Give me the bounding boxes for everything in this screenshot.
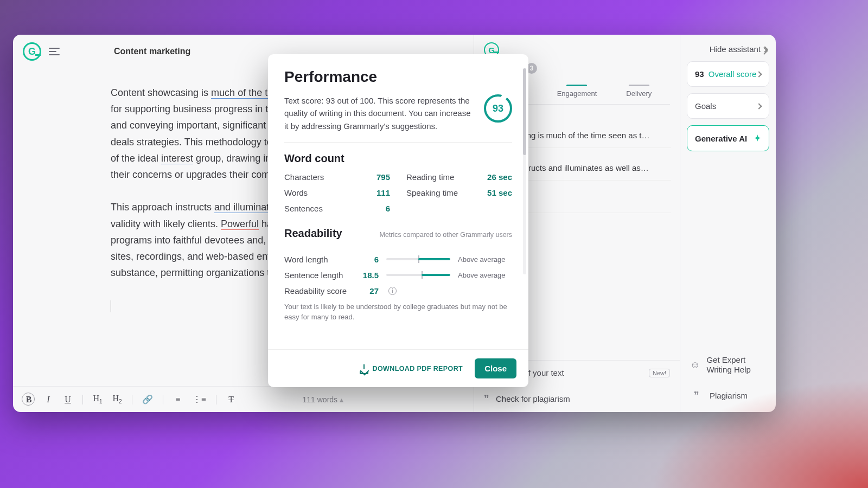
plagiarism-check-button[interactable]: ❞ Check for plagiarism [474, 385, 680, 412]
plagiarism-button[interactable]: ❞ Plagiarism [687, 385, 769, 406]
grammarly-logo-icon: G [23, 42, 41, 61]
chevron-right-icon [762, 46, 768, 52]
readability-row: Readability score 27 i [284, 286, 512, 296]
h1-button[interactable]: H1 [93, 394, 103, 404]
info-icon[interactable]: i [388, 287, 397, 295]
download-icon [360, 364, 368, 373]
text-cursor [111, 300, 111, 312]
assistant-sidebar: Hide assistant 93 Overall score Goals Ge… [680, 35, 776, 412]
clear-format-button[interactable]: T [226, 395, 236, 404]
tab-delivery[interactable]: Delivery [608, 79, 670, 104]
chevron-right-icon [756, 103, 762, 109]
plagiarism-label: Check for plagiarism [496, 394, 570, 403]
new-badge: New! [649, 369, 670, 377]
readability-note: Your text is likely to be understood by … [284, 302, 512, 323]
underline-button[interactable]: U [63, 395, 73, 404]
stat-row: Sentences6 [284, 204, 390, 213]
italic-button[interactable]: I [43, 395, 53, 404]
modal-title: Performance [284, 68, 512, 86]
stat-row: Words111 [284, 188, 390, 197]
assistant-bottom: ☺ Get Expert Writing Help ❞ Plagiarism [687, 351, 769, 406]
sidebar-toggle-icon[interactable] [49, 47, 63, 56]
modal-body: Performance Text score: 93 out of 100. T… [268, 54, 528, 349]
person-icon: ☺ [690, 359, 700, 371]
word-count-heading: Word count [284, 152, 512, 165]
unordered-list-button[interactable]: ⋮≡ [193, 394, 206, 404]
quote-icon: ❞ [484, 393, 489, 404]
ordered-list-button[interactable]: ≡ [173, 395, 183, 404]
text-run: Content showcasing is [111, 87, 211, 98]
word-count-label[interactable]: 111 words ▴ [303, 395, 343, 404]
quote-icon: ❞ [690, 389, 703, 401]
readability-row: Sentence length 18.5 Above average [284, 271, 512, 280]
readability-subtext: Metrics compared to other Grammarly user… [379, 231, 512, 239]
document-title[interactable]: Content marketing [114, 47, 190, 56]
stat-row: Reading time26 sec [406, 172, 512, 182]
sparkle-icon: ✦ [754, 133, 761, 143]
tab-engagement[interactable]: Engagement [546, 79, 608, 104]
hide-assistant-button[interactable]: Hide assistant [687, 41, 769, 55]
close-button[interactable]: Close [475, 358, 516, 378]
suggestion-underline[interactable]: interest [161, 153, 193, 164]
editor-footer: B I U H1 H2 🔗 ≡ ⋮≡ T 111 words ▴ [13, 386, 474, 412]
download-pdf-button[interactable]: DOWNLOAD PDF REPORT [360, 364, 463, 373]
goals-card[interactable]: Goals [687, 93, 769, 119]
expert-help-button[interactable]: ☺ Get Expert Writing Help [687, 351, 769, 380]
text-run: This approach instructs [111, 202, 214, 213]
suggestion-underline[interactable]: Powerful [221, 219, 259, 230]
readability-heading: Readability [284, 227, 342, 240]
scrollbar-thumb[interactable] [523, 68, 526, 155]
performance-modal: Performance Text score: 93 out of 100. T… [268, 54, 528, 387]
separator [82, 395, 83, 404]
generative-ai-card[interactable]: Generative AI ✦ [687, 125, 769, 151]
meter [386, 274, 450, 276]
stat-row: Characters795 [284, 172, 390, 182]
modal-footer: DOWNLOAD PDF REPORT Close [268, 349, 528, 387]
help-icon[interactable]: ? [22, 393, 35, 406]
score-ring: 93 [484, 94, 512, 123]
word-count-grid: Characters795 Reading time26 sec Words11… [284, 172, 512, 213]
score-description: Text score: 93 out of 100. This score re… [284, 94, 473, 132]
stat-row: Speaking time51 sec [406, 188, 512, 197]
separator [163, 395, 163, 404]
h2-button[interactable]: H2 [112, 394, 122, 404]
meter [386, 258, 450, 260]
link-button[interactable]: 🔗 [142, 394, 153, 404]
separator [132, 395, 132, 404]
chevron-right-icon [756, 71, 762, 77]
overall-score-card[interactable]: 93 Overall score [687, 61, 769, 87]
scrollbar[interactable] [523, 68, 526, 274]
readability-row: Word length 6 Above average [284, 255, 512, 264]
separator [216, 395, 216, 404]
